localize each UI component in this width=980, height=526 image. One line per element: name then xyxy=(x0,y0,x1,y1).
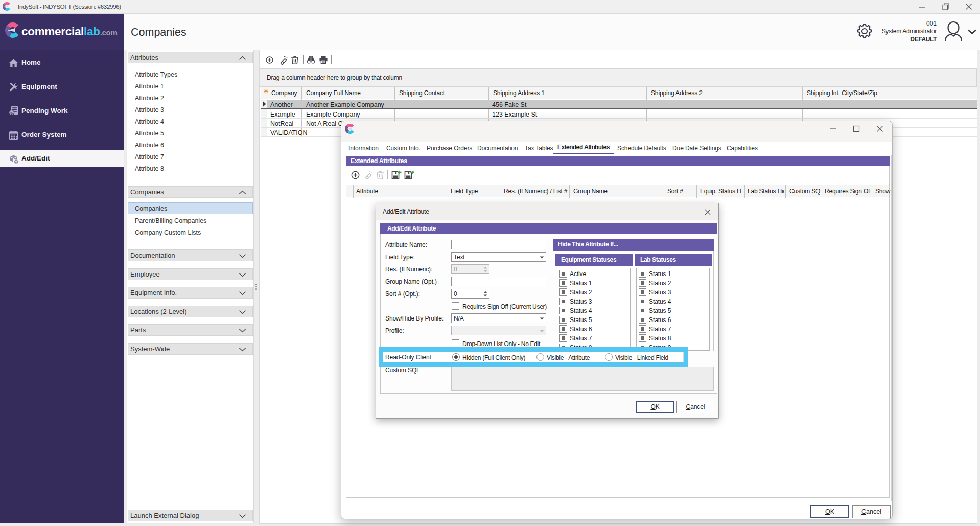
svg-text:$: $ xyxy=(10,111,13,116)
